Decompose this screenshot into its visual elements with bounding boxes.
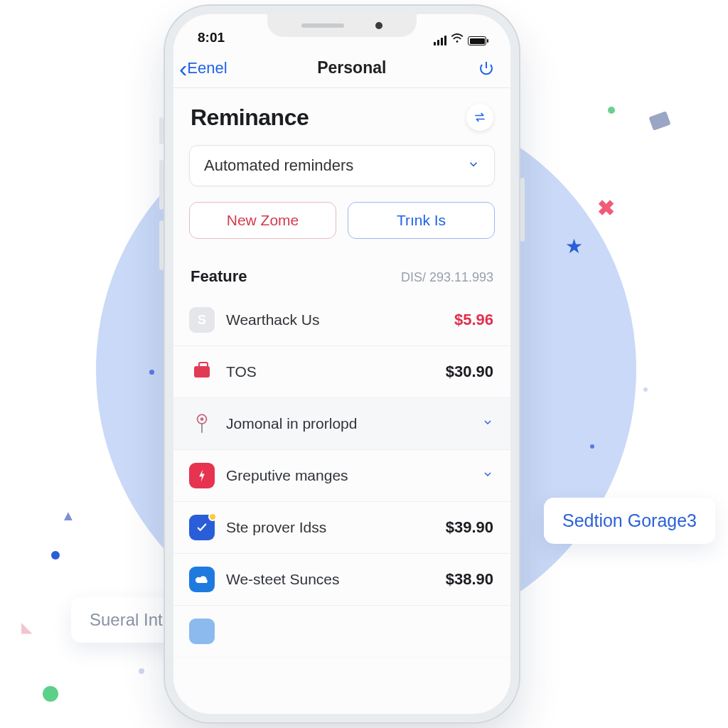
phone-power-side (520, 178, 525, 242)
signal-icon (434, 36, 446, 46)
confetti-dot (149, 370, 154, 375)
phone-screen: 8:01 ‹ Eenel Personal Reminance (173, 14, 510, 714)
phone-volume-down (159, 220, 164, 270)
list-item-label: Ste prover Idss (226, 519, 434, 536)
list-item[interactable]: Greputive manges (173, 450, 510, 502)
list-item[interactable]: S Wearthack Us $5.96 (173, 294, 510, 346)
confetti-shape: ◣ (21, 619, 32, 636)
feature-header: Feature DIS/ 293.11.993 (173, 239, 510, 294)
action-button-row: New Zome Trınk Is (173, 186, 510, 239)
list-item-amount: $30.90 (446, 363, 493, 381)
page-heading-row: Reminance (173, 88, 510, 141)
list-item-amount: $39.90 (446, 518, 493, 537)
list-item-amount (489, 622, 493, 641)
generic-icon (189, 619, 215, 644)
list-item[interactable]: We-steet Sunces $38.90 (173, 554, 510, 606)
list-item-label: Greputive manges (226, 467, 471, 484)
wifi-icon (451, 33, 464, 46)
phone-mute-switch (159, 117, 164, 144)
trink-is-button[interactable]: Trınk Is (348, 202, 495, 239)
briefcase-icon (189, 359, 215, 385)
list-item-label: Jomonal in prorlopd (226, 415, 471, 432)
status-icons (434, 33, 486, 46)
list-item[interactable]: Ste prover Idss $39.90 (173, 502, 510, 554)
svg-point-0 (456, 41, 459, 43)
transfer-button[interactable] (466, 104, 493, 131)
transfer-icon (473, 110, 487, 124)
phone-notch (267, 14, 417, 37)
confetti-dot (43, 686, 58, 702)
feature-meta: DIS/ 293.11.993 (401, 270, 493, 285)
confetti-dot (608, 107, 615, 114)
notification-dot (208, 513, 217, 521)
back-label: Eenel (187, 59, 227, 77)
list-item[interactable]: TOS $30.90 (173, 346, 510, 398)
content-area: Reminance Automated reminders New Zome T… (173, 88, 510, 714)
back-button[interactable]: ‹ Eenel (179, 56, 228, 80)
confetti-square (648, 111, 670, 131)
list-item-label (226, 623, 478, 640)
list-item[interactable]: Jomonal in prorlopd (173, 398, 510, 450)
chevron-down-icon (482, 417, 493, 431)
chevron-down-icon (482, 469, 493, 483)
cloud-icon (189, 567, 215, 592)
confetti-dot (590, 444, 594, 449)
power-icon (478, 60, 495, 77)
power-button[interactable] (476, 58, 496, 78)
confetti-dot (619, 323, 623, 328)
confetti-triangle: ▲ (61, 508, 75, 524)
svg-point-2 (200, 417, 204, 421)
confetti-x: ✖ (597, 196, 615, 220)
list-item-label: We-steet Sunces (226, 571, 434, 588)
nav-title: Personal (317, 58, 386, 77)
floating-card-right: Sedtion Gorage3 (544, 498, 715, 544)
battery-icon (468, 36, 486, 46)
list-item-label: Wearthack Us (226, 311, 443, 328)
confetti-dot (110, 427, 114, 431)
feature-list: S Wearthack Us $5.96 TOS $30.90 Jomonal … (173, 294, 510, 658)
nav-header: ‹ Eenel Personal (173, 48, 510, 88)
chevron-down-icon (467, 156, 480, 175)
status-time: 8:01 (198, 30, 225, 46)
dollar-icon: S (189, 307, 215, 333)
bolt-icon (189, 463, 215, 488)
list-item[interactable] (173, 606, 510, 658)
new-zome-button[interactable]: New Zome (189, 202, 336, 239)
list-item-amount: $5.96 (454, 311, 493, 329)
list-item-label: TOS (226, 363, 434, 380)
pin-icon (189, 411, 215, 437)
confetti-star: ★ (565, 235, 583, 258)
page-title: Reminance (191, 105, 309, 131)
chevron-left-icon: ‹ (179, 56, 187, 80)
dropdown-selected: Automated reminders (204, 156, 353, 175)
confetti-dot (139, 668, 144, 674)
feature-label: Feature (191, 267, 247, 286)
phone-frame: 8:01 ‹ Eenel Personal Reminance (165, 6, 519, 722)
confetti-dot (51, 551, 60, 560)
confetti-dot (643, 387, 648, 392)
list-item-amount: $38.90 (446, 570, 493, 589)
reminder-dropdown[interactable]: Automated reminders (189, 145, 495, 186)
phone-camera (375, 22, 382, 29)
phone-volume-up (159, 160, 164, 210)
check-icon (189, 515, 215, 540)
phone-speaker (301, 23, 344, 28)
